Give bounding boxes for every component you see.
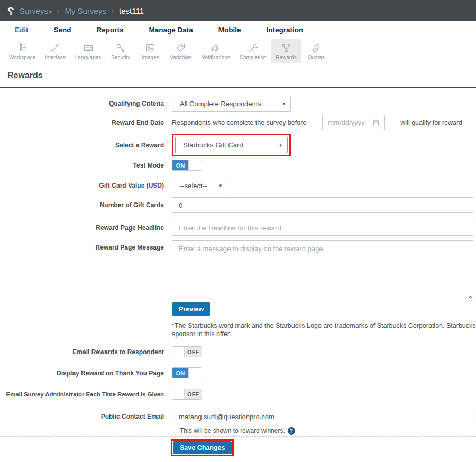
toolbar-item-label: Rewards — [276, 54, 296, 60]
selected-value: All Complete Respondents — [180, 100, 261, 108]
edit-toolbar: Workspace Interface Languages Security I… — [0, 39, 476, 63]
security-icon — [114, 42, 127, 54]
toggle-state-text: ON — [172, 368, 188, 378]
reward-end-date-label: Reward End Date — [0, 119, 164, 126]
qualifying-criteria-select[interactable]: All Complete Respondents ▾ — [172, 96, 291, 112]
nav-send[interactable]: Send — [54, 26, 71, 34]
select-reward-select[interactable]: Starbucks Gift Card ▾ — [175, 137, 288, 153]
end-date-input[interactable]: mm/dd/yyyy — [322, 115, 385, 130]
toolbar-item-label: Completion — [240, 54, 267, 60]
save-changes-button[interactable]: Save Changes — [173, 441, 232, 454]
gift-card-value-label: Gift Card Value (USD) — [0, 182, 164, 189]
test-mode-label: Test Mode — [0, 162, 164, 169]
qualifying-criteria-label: Qualifying Criteria — [0, 100, 164, 107]
email-admin-label: Email Survey Administrator Each Time Rew… — [0, 391, 164, 398]
row-test-mode: Test Mode ON — [0, 160, 476, 171]
annotation-highlight-box: Save Changes — [171, 439, 234, 456]
languages-icon — [82, 42, 95, 54]
selected-value: Starbucks Gift Card — [183, 141, 243, 149]
toolbar-item-security[interactable]: Security — [106, 39, 135, 63]
notifications-icon — [209, 42, 222, 54]
end-date-prefix-text: Respondents who complete the survey befo… — [172, 119, 306, 126]
display-reward-toggle[interactable]: ON — [172, 367, 202, 378]
top-bar: ? Surveys▾ › My Surveys › test111 — [0, 0, 476, 21]
email-rewards-toggle[interactable]: OFF — [172, 346, 202, 357]
toolbar-item-label: Workspace — [9, 54, 35, 60]
chevron-down-icon: ▾ — [49, 9, 52, 15]
toolbar-item-label: Notifications — [201, 54, 230, 60]
reward-headline-input[interactable] — [172, 220, 473, 236]
gift-card-value-select[interactable]: --select-- ▾ — [172, 178, 227, 193]
questionpro-logo-icon[interactable]: ? — [7, 5, 14, 16]
nav-edit[interactable]: Edit — [15, 26, 29, 34]
toolbar-item-label: Languages — [75, 54, 102, 60]
num-gift-cards-input[interactable] — [172, 197, 473, 213]
breadcrumb-surveys[interactable]: Surveys▾ — [20, 6, 52, 15]
date-placeholder: mm/dd/yyyy — [328, 118, 364, 126]
nav-integration[interactable]: Integration — [267, 26, 304, 34]
toolbar-item-variables[interactable]: Variables — [165, 39, 196, 63]
public-email-input[interactable] — [172, 409, 473, 424]
row-email-admin: Email Survey Administrator Each Time Rew… — [0, 389, 476, 400]
num-gift-cards-label: Number of Gift Cards — [0, 201, 164, 209]
breadcrumb: Surveys▾ › My Surveys › test111 — [20, 6, 144, 15]
rewards-form: Qualifying Criteria All Complete Respond… — [0, 88, 476, 462]
reward-message-textarea[interactable] — [172, 240, 473, 299]
toolbar-item-images[interactable]: Images — [135, 39, 165, 63]
display-reward-label: Display Reward on Thank You Page — [0, 369, 164, 377]
annotation-highlight-box: Starbucks Gift Card ▾ — [172, 134, 291, 156]
nav-mobile[interactable]: Mobile — [218, 26, 241, 34]
toolbar-item-interface[interactable]: Interface — [40, 39, 70, 63]
toolbar-item-completion[interactable]: Completion — [235, 39, 271, 63]
toolbar-item-label: Interface — [45, 54, 66, 60]
calendar-icon[interactable] — [372, 119, 380, 126]
toggle-knob — [188, 160, 202, 170]
row-reward-headline: Reward Page Headline — [0, 220, 476, 236]
email-admin-toggle[interactable]: OFF — [172, 389, 202, 400]
nav-manage-data[interactable]: Manage Data — [149, 26, 193, 34]
toggle-state-text: ON — [172, 160, 188, 170]
toolbar-item-label: Images — [142, 54, 159, 60]
row-email-rewards: Email Rewards to Respondent OFF — [0, 346, 476, 357]
toolbar-item-label: Security — [111, 54, 130, 60]
page-title: Rewards — [7, 71, 469, 80]
completion-icon — [246, 42, 259, 54]
selected-value: --select-- — [180, 182, 207, 190]
dashed-divider — [0, 436, 476, 437]
help-icon[interactable]: ? — [288, 427, 295, 435]
quotas-icon — [310, 42, 323, 54]
toolbar-item-languages[interactable]: Languages — [70, 39, 106, 63]
toolbar-item-quotas[interactable]: Quotas — [301, 39, 331, 63]
images-icon — [144, 42, 157, 54]
breadcrumb-survey-name: test111 — [119, 6, 144, 15]
toggle-knob — [172, 389, 185, 399]
toggle-knob — [172, 347, 185, 357]
toggle-state-text: OFF — [185, 389, 202, 399]
row-select-reward: Select a Reward Starbucks Gift Card ▾ — [0, 134, 476, 156]
reward-headline-label: Reward Page Headline — [0, 224, 164, 232]
email-rewards-label: Email Rewards to Respondent — [0, 348, 164, 356]
toolbar-item-rewards[interactable]: Rewards — [271, 39, 301, 63]
breadcrumb-separator: › — [112, 7, 114, 15]
toggle-knob — [188, 368, 202, 378]
row-qualifying-criteria: Qualifying Criteria All Complete Respond… — [0, 96, 476, 112]
preview-button[interactable]: Preview — [172, 302, 210, 316]
test-mode-toggle[interactable]: ON — [172, 160, 202, 171]
toggle-state-text: OFF — [185, 347, 202, 357]
select-reward-label: Select a Reward — [0, 142, 164, 149]
nav-reports[interactable]: Reports — [97, 26, 124, 34]
toolbar-item-notifications[interactable]: Notifications — [196, 39, 234, 63]
workspace-icon — [16, 42, 29, 54]
note-text: This will be shown to reward winners. — [180, 427, 285, 435]
toolbar-item-label: Variables — [170, 54, 191, 60]
row-reward-end-date: Reward End Date Respondents who complete… — [0, 115, 476, 130]
row-display-reward: Display Reward on Thank You Page ON — [0, 367, 476, 378]
select-caret-icon: ▾ — [219, 183, 222, 188]
toolbar-item-workspace[interactable]: Workspace — [4, 39, 40, 63]
breadcrumb-separator: › — [57, 7, 59, 15]
main-nav: Edit Send Reports Manage Data Mobile Int… — [0, 21, 476, 39]
row-public-email: Public Contact Email — [0, 409, 476, 424]
breadcrumb-my-surveys[interactable]: My Surveys — [65, 6, 106, 15]
rewards-icon — [280, 42, 292, 54]
end-date-suffix-text: will qualify for reward — [400, 119, 462, 126]
